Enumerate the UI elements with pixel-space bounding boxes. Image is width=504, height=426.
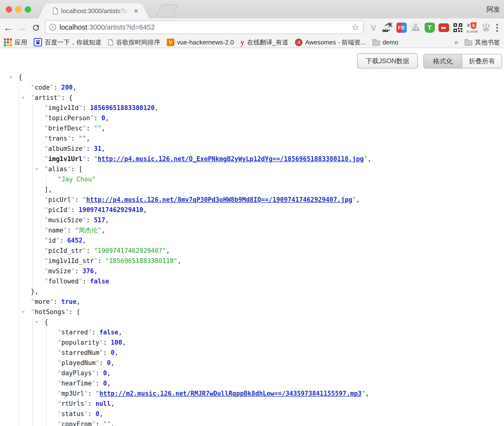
json-row: "rtUrls": null, xyxy=(0,399,504,409)
collapse-triangle-icon[interactable]: ▼ xyxy=(9,72,12,82)
json-row: "dayPlays": 0, xyxy=(0,368,504,378)
json-row: "copyFrom": "", xyxy=(0,419,504,426)
page-content: 下载JSON数据 格式化 折叠所有 ▼{"code": 200,▼"artist… xyxy=(0,48,504,426)
collapse-all-button[interactable]: 折叠所有 xyxy=(462,54,502,68)
other-bookmarks[interactable]: 其他书签 xyxy=(465,38,500,47)
bookmark-awesomes[interactable]: A Awesomes - 前端资... xyxy=(295,38,366,47)
json-row: "playedNum": 0, xyxy=(0,358,504,368)
json-key: followed xyxy=(48,278,79,285)
page-icon xyxy=(52,7,58,15)
json-row: "picUrl": "http://p4.music.126.net/8mv7q… xyxy=(0,195,504,205)
url-text: localhost:3000/artists?id=6452 xyxy=(59,23,155,31)
json-row: "img1v1Id_str": "18569651883380118", xyxy=(0,256,504,266)
json-key: img1v1Id_str xyxy=(48,257,94,264)
json-key: albumSize xyxy=(48,145,83,152)
window-zoom-button[interactable] xyxy=(25,6,31,13)
reload-icon xyxy=(32,23,40,32)
tampermonkey-letter: T xyxy=(425,23,435,33)
json-key: mvSize xyxy=(48,267,71,275)
video-downloader-icon[interactable]: ▶▶ xyxy=(438,22,449,34)
view-mode-toggle: 格式化 折叠所有 xyxy=(423,54,502,68)
json-key: picId_str xyxy=(48,247,83,254)
player-mark xyxy=(467,24,470,27)
qr-code-icon[interactable] xyxy=(453,22,463,34)
bookmarks-overflow-chevron[interactable]: » xyxy=(454,38,458,46)
new-tab-button[interactable] xyxy=(156,4,178,17)
fe-extension-icon[interactable]: FE xyxy=(396,22,407,34)
json-row: "code": 200, xyxy=(0,82,504,93)
page-info-icon[interactable]: i xyxy=(49,24,56,31)
window-minimize-button[interactable] xyxy=(15,6,22,13)
awesomes-favicon: A xyxy=(295,39,302,46)
format-button[interactable]: 格式化 xyxy=(424,54,462,68)
json-row: "topicPerson": 0, xyxy=(0,113,504,123)
json-key: mp3Url xyxy=(61,390,84,397)
json-key: id xyxy=(48,237,56,244)
json-row: "musicSize": 517, xyxy=(0,215,504,225)
tab-strip: localhost:3000/artists?id=645 × 阿发 xyxy=(0,0,504,18)
bookmark-google-sorted[interactable]: 谷歌按时间排序 xyxy=(108,38,160,47)
download-json-button[interactable]: 下载JSON数据 xyxy=(357,53,418,68)
baidu-paw-icon xyxy=(34,38,42,46)
collapse-triangle-icon[interactable]: ▼ xyxy=(35,164,38,174)
bookmark-demo-folder[interactable]: demo xyxy=(372,39,398,46)
fast-forward-glyph: ▶▶ xyxy=(438,23,449,32)
translate-en-glyph: en xyxy=(382,27,388,33)
json-row: "img1v1Id": 18569651883380120, xyxy=(0,103,504,113)
address-bar[interactable]: i localhost:3000/artists?id=6452 ☆ xyxy=(45,20,364,34)
html5-player-icon[interactable]: 5 PLAYER xyxy=(467,22,477,34)
json-row: "starredNum": 0, xyxy=(0,348,504,358)
json-row: "id": 6452, xyxy=(0,235,504,246)
json-link[interactable]: http://p4.music.126.net/Q_ExePNkmgB2yWyL… xyxy=(98,155,364,162)
bookmark-label: demo xyxy=(383,39,398,46)
json-key: starredNum xyxy=(61,349,100,356)
html5-shield: 5 xyxy=(470,22,477,29)
translate-extension-icon[interactable]: 英 en xyxy=(382,22,393,34)
vue-devtools-icon[interactable]: V xyxy=(368,22,379,34)
json-row: "mp3Url": "http://m2.music.126.net/RMJR7… xyxy=(0,388,504,399)
folder-icon xyxy=(372,41,380,46)
player-label: PLAYER xyxy=(467,30,477,34)
json-row: "picId_str": "19097417462929407", xyxy=(0,246,504,256)
json-key: briefDesc xyxy=(48,125,83,132)
paw-icon xyxy=(481,23,491,32)
json-row: "name": "周杰伦", xyxy=(0,225,504,235)
youdao-favicon: y xyxy=(240,38,244,46)
window-close-button[interactable] xyxy=(6,6,12,13)
bookmark-youdao[interactable]: y 在线翻译_有道 xyxy=(240,38,288,47)
qr-glyph xyxy=(453,23,463,33)
tampermonkey-icon[interactable]: T xyxy=(424,22,435,34)
json-row-selected[interactable]: "img1v1Url": "http://p4.music.126.net/Q_… xyxy=(0,154,504,164)
chrome-menu-button[interactable] xyxy=(493,18,501,37)
bookmark-apps[interactable]: 应用 xyxy=(4,38,27,47)
browser-tab[interactable]: localhost:3000/artists?id=645 × xyxy=(38,3,149,18)
json-key: picId xyxy=(48,206,67,213)
json-link[interactable]: http://p4.music.126.net/8mv7qP30Pd3oHW8b… xyxy=(86,196,352,203)
json-row: "status": 0, xyxy=(0,409,504,419)
profile-name[interactable]: 阿发 xyxy=(487,5,500,14)
tab-close-icon[interactable]: × xyxy=(134,7,138,15)
collapse-triangle-icon[interactable]: ▼ xyxy=(22,93,24,103)
collapse-triangle-icon[interactable]: ▼ xyxy=(35,317,38,327)
bookmark-star-icon[interactable]: ☆ xyxy=(352,23,359,32)
json-key: alias xyxy=(48,165,67,173)
json-key: hotSongs xyxy=(35,308,65,315)
json-row: "picId": 19097417462929410, xyxy=(0,205,504,215)
json-row: ▼{ xyxy=(0,72,504,82)
sitemap-extension-icon[interactable] xyxy=(410,22,421,34)
folder-icon xyxy=(465,41,472,46)
json-row: ], xyxy=(0,184,504,195)
bookmark-vue-hackernews[interactable]: V vue-hackernews-2.0 xyxy=(167,39,234,46)
json-link[interactable]: http://m2.music.126.net/RMJR7wDullRqppBk… xyxy=(99,390,361,397)
back-button[interactable]: ← xyxy=(2,18,14,37)
bookmark-baidu[interactable]: 百度一下，你就知道 xyxy=(34,38,101,47)
json-key: img1v1Url xyxy=(48,155,83,162)
collapse-triangle-icon[interactable]: ▼ xyxy=(22,307,24,317)
json-key: status xyxy=(61,410,84,417)
reload-button[interactable] xyxy=(30,18,42,37)
json-tree: ▼{"code": 200,▼"artist": {"img1v1Id": 18… xyxy=(0,72,504,426)
json-row: "popularity": 100, xyxy=(0,337,504,348)
sitemap-glyph xyxy=(410,22,421,33)
apps-grid-icon xyxy=(4,38,12,46)
paw-extension-icon[interactable] xyxy=(481,22,491,34)
